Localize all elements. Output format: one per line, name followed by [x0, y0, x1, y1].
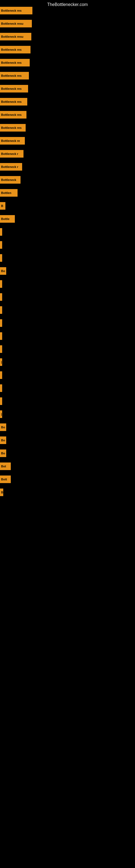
bar-item: [0, 319, 2, 327]
bar-item: Bo: [0, 436, 6, 444]
bar-item: B: [0, 489, 3, 496]
bar-item: Bottlen: [0, 189, 17, 197]
bar-item: Bottleneck res: [0, 46, 31, 54]
bar-item: Bo: [0, 424, 6, 431]
bar-item: [0, 345, 2, 353]
bar-item: Bottleneck res: [0, 7, 32, 14]
bar-item: Bottleneck res: [0, 85, 28, 93]
bar-item: Bott: [0, 475, 11, 483]
bar-item: Bottleneck res: [0, 98, 27, 105]
bar-item: Bottle: [0, 215, 15, 223]
bar-item: Bottleneck r: [0, 163, 22, 170]
bar-item: Bottleneck res: [0, 59, 30, 66]
bar-item: Bot: [0, 463, 11, 470]
bar-item: [0, 306, 2, 314]
bar-item: Bottleneck res: [0, 72, 29, 80]
bar-item: [0, 280, 2, 288]
bar-item: [0, 332, 2, 340]
bar-item: [0, 397, 2, 405]
bar-item: Bo: [0, 450, 6, 457]
bar-item: Bottleneck r: [0, 150, 24, 158]
bar-item: [0, 371, 2, 379]
bar-item: Bottleneck resu: [0, 33, 31, 40]
bar-item: Bottleneck res: [0, 124, 26, 131]
bar-item: [0, 293, 2, 301]
bar-item: Bottleneck res: [0, 111, 27, 119]
bar-item: Bottleneck: [0, 176, 20, 184]
bar-item: Bottleneck resu: [0, 20, 32, 27]
bar-item: [0, 384, 2, 392]
bar-item: [0, 228, 2, 236]
bar-item: [0, 241, 2, 249]
bar-item: |: [0, 358, 2, 366]
bar-item: Bo: [0, 267, 6, 275]
bar-item: Bottleneck re: [0, 137, 25, 145]
bar-item: |: [0, 410, 2, 418]
bar-item: B: [0, 202, 5, 210]
bar-item: [0, 254, 2, 262]
